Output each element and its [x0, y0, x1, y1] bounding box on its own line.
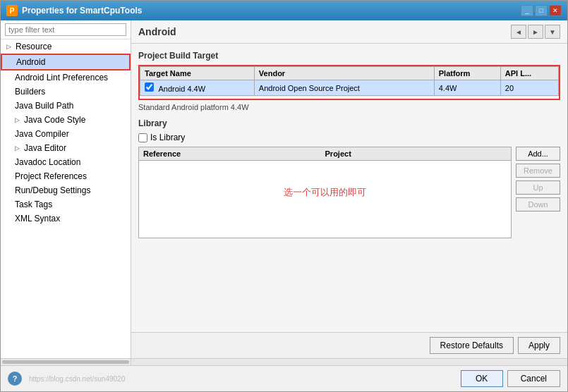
sidebar-item-label: Java Code Style — [24, 115, 85, 125]
sidebar-item-label: Java Build Path — [15, 101, 73, 111]
maximize-button[interactable]: □ — [535, 5, 548, 16]
add-button[interactable]: Add... — [516, 147, 560, 161]
library-content: Reference Project 选一个可以用的即可 Add... Remov… — [138, 147, 560, 238]
is-library-label: Is Library — [150, 133, 185, 142]
library-buttons: Add... Remove Up Down — [516, 147, 560, 238]
is-library-row: Is Library — [138, 133, 560, 142]
sidebar-item-builders[interactable]: Builders — [1, 85, 131, 99]
is-library-checkbox[interactable] — [138, 133, 147, 142]
dialog-footer: ? https://blog.csdn.net/sun49020 OK Canc… — [1, 365, 567, 391]
sidebar-item-java-editor[interactable]: ▷ Java Editor — [1, 141, 131, 155]
app-icon: P — [6, 5, 18, 16]
cancel-button[interactable]: Cancel — [507, 370, 560, 387]
sidebar-item-xml-syntax[interactable]: XML Syntax — [1, 212, 131, 226]
lib-col-reference: Reference — [143, 149, 325, 158]
title-bar: P Properties for SmartCpuTools _ □ ✕ — [1, 1, 567, 20]
sidebar-item-label: XML Syntax — [15, 214, 60, 223]
down-button[interactable]: Down — [516, 197, 560, 212]
up-button[interactable]: Up — [516, 180, 560, 195]
content-area: ▷ Resource Android Android Lint Preferen… — [1, 20, 567, 358]
cell-target-name: Android 4.4W — [140, 80, 255, 96]
section-title: Android — [138, 26, 176, 37]
filter-input[interactable] — [5, 23, 126, 36]
expand-arrow: ▷ — [15, 116, 22, 123]
close-button[interactable]: ✕ — [549, 5, 562, 16]
dialog-action-buttons: OK Cancel — [461, 370, 560, 387]
restore-defaults-button[interactable]: Restore Defaults — [430, 337, 514, 354]
dialog-title: Properties for SmartCpuTools — [22, 6, 142, 16]
library-label: Library — [138, 118, 560, 128]
sidebar-item-label: Project References — [15, 171, 87, 181]
target-name-text: Android 4.4W — [158, 85, 205, 93]
properties-dialog: P Properties for SmartCpuTools _ □ ✕ ▷ R… — [0, 0, 568, 392]
build-target-table: Target Name Vendor Platform API L... — [140, 66, 559, 96]
library-placeholder-text: 选一个可以用的即可 — [284, 186, 366, 199]
right-panel: Android ◄ ► ▼ Project Build Target — [131, 20, 567, 358]
standard-platform-text: Standard Android platform 4.4W — [138, 103, 560, 111]
build-target-section: Project Build Target Target Name Vendor … — [138, 51, 560, 111]
sidebar-item-java-code-style[interactable]: ▷ Java Code Style — [1, 113, 131, 127]
cell-platform: 4.4W — [434, 80, 500, 96]
right-header: Android ◄ ► ▼ — [131, 20, 567, 44]
sidebar-item-run-debug[interactable]: Run/Debug Settings — [1, 183, 131, 197]
dropdown-button[interactable]: ▼ — [545, 25, 560, 39]
col-api: API L... — [500, 67, 558, 80]
lib-col-project: Project — [325, 149, 507, 158]
ok-button[interactable]: OK — [461, 370, 503, 387]
sidebar-item-label: Javadoc Location — [15, 157, 80, 167]
table-row[interactable]: Android 4.4W Android Open Source Project… — [140, 80, 559, 96]
sidebar-item-label: Java Editor — [24, 143, 66, 153]
sidebar-item-android-lint[interactable]: Android Lint Preferences — [1, 71, 131, 85]
bottom-toolbar: Restore Defaults Apply — [131, 332, 567, 358]
sidebar-item-project-references[interactable]: Project References — [1, 169, 131, 183]
sidebar-item-android[interactable]: Android — [1, 54, 131, 71]
sidebar-item-label: Android Lint Preferences — [15, 73, 108, 82]
help-button[interactable]: ? — [8, 372, 22, 386]
col-target-name: Target Name — [140, 67, 255, 80]
right-content: Project Build Target Target Name Vendor … — [131, 44, 567, 332]
sidebar-item-task-tags[interactable]: Task Tags — [1, 197, 131, 212]
remove-button[interactable]: Remove — [516, 164, 560, 178]
back-button[interactable]: ◄ — [511, 25, 526, 39]
col-vendor: Vendor — [254, 67, 434, 80]
sidebar-item-label: Builders — [15, 87, 45, 97]
forward-button[interactable]: ► — [528, 25, 543, 39]
title-bar-left: P Properties for SmartCpuTools — [6, 5, 142, 16]
sidebar-item-resource[interactable]: ▷ Resource — [1, 39, 131, 54]
cell-vendor: Android Open Source Project — [254, 80, 434, 96]
sidebar-item-label: Task Tags — [15, 200, 52, 209]
col-platform: Platform — [434, 67, 500, 80]
build-target-label: Project Build Target — [138, 51, 560, 61]
sidebar-item-javadoc-location[interactable]: Javadoc Location — [1, 155, 131, 169]
sidebar-item-label: Resource — [16, 42, 52, 51]
scrollbar-row — [1, 358, 567, 365]
expand-arrow: ▷ — [6, 43, 13, 50]
nav-buttons: ◄ ► ▼ — [511, 25, 560, 39]
lib-table-header: Reference Project — [139, 147, 511, 161]
cell-api: 20 — [500, 80, 558, 96]
watermark-text: https://blog.csdn.net/sun49020 — [22, 375, 461, 383]
sidebar-item-java-build-path[interactable]: Java Build Path — [1, 99, 131, 113]
minimize-button[interactable]: _ — [521, 5, 533, 16]
library-section: Library Is Library Reference Project 选一个… — [138, 118, 560, 238]
sidebar-item-java-compiler[interactable]: Java Compiler — [1, 127, 131, 141]
target-checkbox[interactable] — [145, 82, 154, 92]
left-panel: ▷ Resource Android Android Lint Preferen… — [1, 20, 131, 358]
title-buttons: _ □ ✕ — [521, 5, 562, 16]
library-table-area: Reference Project 选一个可以用的即可 — [138, 147, 512, 238]
sidebar-item-label: Run/Debug Settings — [15, 185, 90, 195]
expand-arrow: ▷ — [15, 145, 22, 152]
apply-button[interactable]: Apply — [518, 337, 560, 354]
sidebar-item-label: Java Compiler — [15, 129, 69, 139]
sidebar-item-label: Android — [16, 57, 45, 67]
